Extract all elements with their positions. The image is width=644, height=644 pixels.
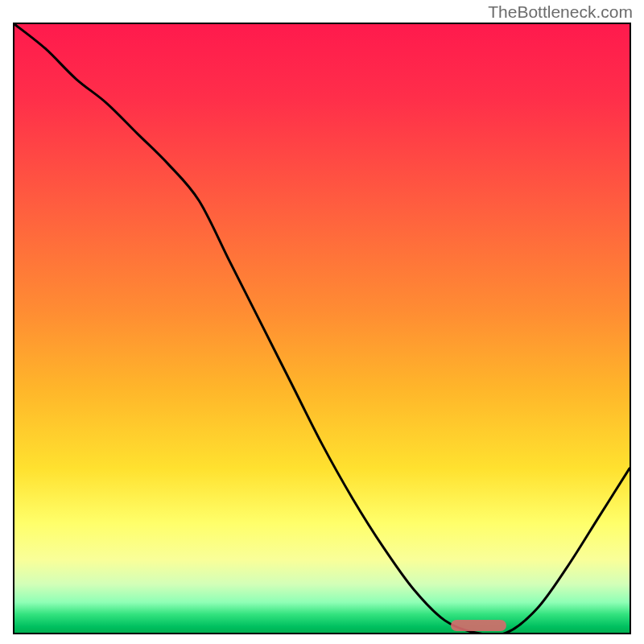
curve-path [14, 24, 630, 633]
watermark-text: TheBottleneck.com [488, 2, 633, 22]
chart-frame [13, 23, 631, 634]
bottleneck-curve [14, 24, 630, 633]
optimal-marker [451, 620, 506, 631]
